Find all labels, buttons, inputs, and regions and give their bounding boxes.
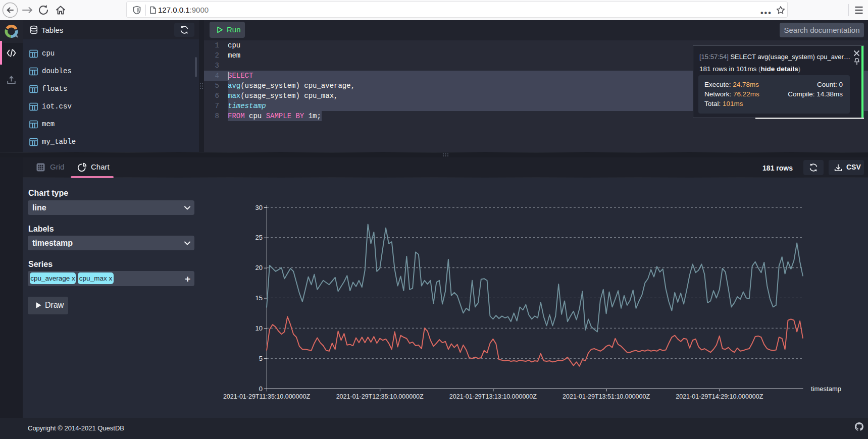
svg-text:15: 15 <box>256 294 263 302</box>
svg-text:2021-01-29T13:13:10.000000Z: 2021-01-29T13:13:10.000000Z <box>449 393 537 400</box>
svg-text:2021-01-29T14:29:10.000000Z: 2021-01-29T14:29:10.000000Z <box>676 393 763 400</box>
svg-text:2021-01-29T11:35:10.000000Z: 2021-01-29T11:35:10.000000Z <box>223 393 310 400</box>
svg-text:2021-01-29T12:35:10.000000Z: 2021-01-29T12:35:10.000000Z <box>336 393 424 400</box>
svg-text:30: 30 <box>256 204 263 211</box>
svg-text:0: 0 <box>259 385 263 393</box>
svg-text:10: 10 <box>256 324 263 332</box>
svg-text:2021-01-29T13:51:10.000000Z: 2021-01-29T13:51:10.000000Z <box>563 393 650 400</box>
svg-text:20: 20 <box>256 264 263 271</box>
svg-text:5: 5 <box>259 355 263 362</box>
svg-text:timestamp: timestamp <box>811 385 841 393</box>
svg-text:25: 25 <box>256 234 263 241</box>
